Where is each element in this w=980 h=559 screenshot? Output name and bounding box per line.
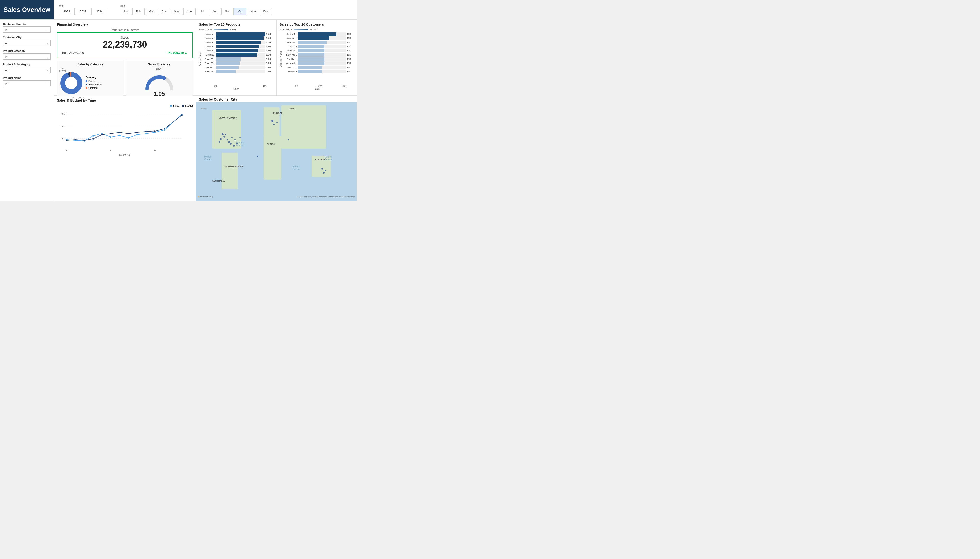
month-feb-btn[interactable]: Feb — [132, 8, 145, 15]
accessories-legend-dot — [86, 84, 88, 86]
map-dot — [240, 137, 241, 138]
month-mar-btn[interactable]: Mar — [145, 8, 157, 15]
month-apr-btn[interactable]: Apr — [158, 8, 170, 15]
cust-bar-track — [298, 45, 346, 48]
bar-value: 1.3M — [266, 54, 273, 56]
month-aug-btn[interactable]: Aug — [209, 8, 221, 15]
table-row: Road-25...0.7M — [202, 66, 273, 69]
bar-track — [216, 32, 265, 36]
cust-bar-fill — [298, 57, 324, 61]
year-2024-btn[interactable]: 2024 — [91, 8, 107, 15]
month-jul-btn[interactable]: Jul — [196, 8, 208, 15]
budget-legend-label: Budget — [185, 104, 193, 107]
map-dot — [226, 139, 228, 141]
table-row: Lacey Zh...11K — [282, 49, 354, 53]
month-jun-btn[interactable]: Jun — [183, 8, 195, 15]
customers-range-bar — [294, 29, 309, 30]
south-america-label: SOUTH AMERICA — [225, 165, 243, 167]
month-nov-btn[interactable]: Nov — [247, 8, 259, 15]
customer-city-filter: Customer City All ⌄ — [3, 36, 51, 46]
pl-label: P/L 999,730 ▲ — [168, 51, 187, 55]
month-label: Month — [119, 4, 272, 7]
svg-point-18 — [110, 136, 111, 138]
bar-fill — [216, 57, 241, 61]
bar-label: Road-25... — [202, 66, 216, 69]
table-row: Mountai...1.3M — [202, 41, 273, 44]
svg-point-33 — [128, 133, 129, 134]
customer-country-filter: Customer Country All ⌄ — [3, 23, 51, 33]
svg-point-34 — [137, 132, 138, 133]
product-subcategory-chevron: ⌄ — [46, 68, 48, 71]
month-sep-btn[interactable]: Sep — [221, 8, 234, 15]
table-row: Mountai...1.3M — [202, 53, 273, 56]
donut-top-value: 0.70M — [59, 67, 64, 69]
top-products-title: Sales by Top 10 Products — [199, 23, 273, 26]
bar-label: Mountai... — [202, 54, 216, 56]
svg-point-22 — [145, 133, 147, 134]
year-buttons: 2022 2023 2024 — [59, 8, 107, 15]
cust-axis-max: 20K — [342, 85, 346, 87]
cust-bar-track — [298, 32, 346, 36]
customer-city-select[interactable]: All ⌄ — [3, 40, 51, 46]
month-dec-btn[interactable]: Dec — [260, 8, 272, 15]
cust-bar-value: 11K — [347, 58, 354, 60]
bar-value: 1.4M — [266, 37, 273, 40]
svg-text:10: 10 — [154, 149, 156, 151]
bar-track — [216, 66, 265, 69]
bar-value: 1.3M — [266, 41, 273, 44]
month-buttons: Jan Feb Mar Apr May Jun Jul Aug Sep Oct … — [119, 8, 272, 15]
cust-bar-label: Lacey Zh... — [282, 50, 298, 52]
bar-value: 1.3M — [266, 50, 273, 52]
svg-point-19 — [119, 135, 120, 136]
svg-point-26 — [66, 140, 68, 141]
bar-value: 1.3M — [266, 45, 273, 48]
product-category-chevron: ⌄ — [46, 55, 48, 58]
budget-legend-dot — [182, 105, 184, 107]
product-name-label: Product Name — [3, 76, 51, 79]
product-category-select[interactable]: All ⌄ — [3, 53, 51, 60]
accessories-legend-item: Accessories — [86, 83, 102, 86]
bar-label: Mountai... — [202, 50, 216, 52]
bar-track — [216, 53, 265, 56]
svg-point-35 — [145, 131, 147, 132]
products-axis-title: Sales — [199, 88, 273, 90]
customer-country-select[interactable]: All ⌄ — [3, 26, 51, 33]
year-2023-btn[interactable]: 2023 — [75, 8, 91, 15]
month-oct-btn[interactable]: Oct — [234, 8, 246, 15]
financial-overview-panel: Financial Overview Performance Summary S… — [54, 20, 196, 95]
year-filter-group: Year 2022 2023 2024 — [59, 4, 107, 15]
table-row: Jordan T...16K — [282, 32, 354, 36]
sales-legend-item: Sales — [170, 104, 179, 107]
product-name-select[interactable]: All ⌄ — [3, 80, 51, 86]
time-chart-panel: Sales & Budget by Time Sales Budget — [54, 96, 196, 201]
svg-text:5: 5 — [110, 149, 111, 151]
month-jan-btn[interactable]: Jan — [119, 8, 132, 15]
bikes-legend-label: Bikes — [88, 80, 94, 83]
axis-max: 1M — [263, 85, 266, 87]
table-row: Mountai...1.4M — [202, 36, 273, 40]
products-chart-area: Product Name Mountai...1.4M Mountai...1.… — [199, 32, 273, 84]
customers-x-axis: 0K 10K 20K — [279, 85, 354, 87]
map-footer-bing: ⊞ Microsoft Bing — [198, 196, 213, 198]
bar-fill — [216, 45, 259, 48]
cust-bar-value: 11K — [347, 50, 354, 52]
perf-summary-label: Performance Summary — [57, 28, 193, 31]
cust-bar-fill — [298, 36, 329, 40]
product-subcategory-select[interactable]: All ⌄ — [3, 67, 51, 73]
cust-bar-value: 11K — [347, 62, 354, 64]
bar-value: 0.6M — [266, 70, 273, 73]
month-may-btn[interactable]: May — [170, 8, 183, 15]
svg-point-28 — [84, 140, 85, 141]
year-2022-btn[interactable]: 2022 — [59, 8, 75, 15]
cust-bar-track — [298, 36, 346, 40]
svg-point-32 — [119, 132, 120, 133]
bar-fill — [216, 61, 240, 65]
product-category-filter: Product Category All ⌄ — [3, 50, 51, 60]
product-category-label: Product Category — [3, 50, 51, 53]
table-row: Larry Mu...11K — [282, 53, 354, 56]
north-america-label: NORTH AMERICA — [218, 117, 237, 119]
bar-fill — [216, 49, 258, 53]
cust-axis-min: 0K — [296, 85, 298, 87]
bar-label: Road-25... — [202, 62, 216, 64]
bar-track — [216, 36, 265, 40]
